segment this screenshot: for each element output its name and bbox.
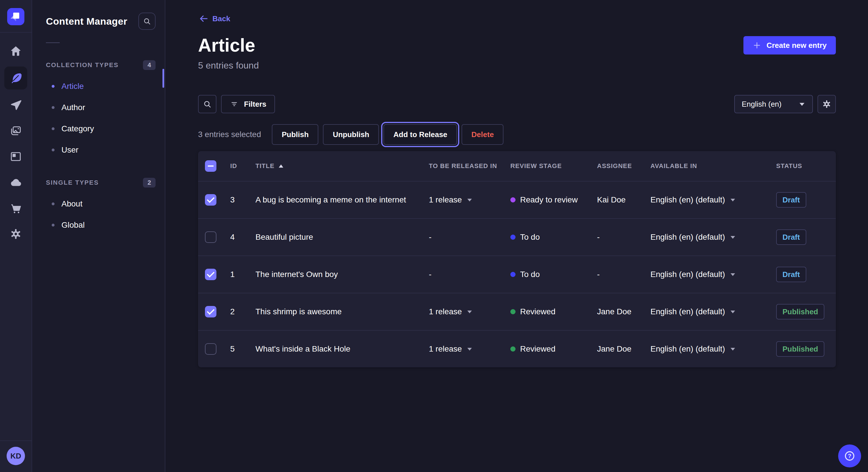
cell-id: 4 xyxy=(230,233,255,242)
select-all-checkbox[interactable] xyxy=(205,160,216,172)
bullet-icon xyxy=(52,202,55,205)
rail-divider xyxy=(0,440,32,441)
main-content: Back Article Create new entry 5 entries … xyxy=(165,0,868,472)
strapi-logo-glyph xyxy=(7,8,24,25)
bullet-icon xyxy=(52,85,55,88)
cell-to-be-released-in[interactable]: 1 release xyxy=(429,344,510,353)
chevron-down-icon xyxy=(466,346,473,351)
cell-id: 5 xyxy=(230,344,255,353)
bullet-icon xyxy=(52,106,55,109)
table-row[interactable]: 5 What's inside a Black Hole 1 release R… xyxy=(198,330,836,367)
column-header-released-in: TO BE RELEASED IN xyxy=(429,162,510,170)
cell-review-stage: To do xyxy=(510,270,597,279)
table-row[interactable]: 1 The internet's Own boy - To do - Engli… xyxy=(198,256,836,293)
chevron-down-icon xyxy=(799,101,805,107)
content-type-builder-icon[interactable] xyxy=(5,146,26,167)
status-badge: Published xyxy=(776,304,825,319)
cell-available-in[interactable]: English (en) (default) xyxy=(650,233,776,242)
section-label: SINGLE TYPES xyxy=(46,179,99,187)
cell-available-in[interactable]: English (en) (default) xyxy=(650,344,776,353)
subnav-title: Content Manager xyxy=(46,16,127,27)
cell-id: 2 xyxy=(230,307,255,316)
settings-gear-icon[interactable] xyxy=(5,224,26,244)
unpublish-button[interactable]: Unpublish xyxy=(323,124,379,145)
cell-id: 3 xyxy=(230,195,255,204)
strapi-logo[interactable] xyxy=(7,8,24,25)
cell-assignee: - xyxy=(597,233,650,242)
subnav-item[interactable]: Article xyxy=(46,76,156,97)
bullet-icon xyxy=(52,127,55,130)
back-link[interactable]: Back xyxy=(198,14,230,24)
column-header-id[interactable]: ID xyxy=(230,162,255,170)
row-checkbox[interactable] xyxy=(205,343,216,355)
filter-icon xyxy=(229,100,239,109)
cell-to-be-released-in[interactable]: 1 release xyxy=(429,195,510,204)
subnav-divider xyxy=(46,42,60,43)
subnav-item[interactable]: Global xyxy=(46,214,156,236)
publish-button[interactable]: Publish xyxy=(272,124,318,145)
bulk-actions-bar: 3 entries selected Publish Unpublish Add… xyxy=(198,124,836,145)
filters-button[interactable]: Filters xyxy=(221,95,275,113)
cell-review-stage: Ready to review xyxy=(510,195,597,204)
page-title: Article xyxy=(198,35,255,56)
table-row[interactable]: 3 A bug is becoming a meme on the intern… xyxy=(198,181,836,218)
chevron-down-icon xyxy=(730,346,736,351)
column-header-review-stage: REVIEW STAGE xyxy=(510,162,597,170)
question-mark-icon: ? xyxy=(843,450,856,462)
content-manager-feather-icon[interactable] xyxy=(4,67,27,90)
chevron-down-icon xyxy=(730,309,736,314)
subnav-section: COLLECTION TYPES 4 Article Author Catego… xyxy=(46,60,156,161)
cell-to-be-released-in[interactable]: 1 release xyxy=(429,307,510,316)
column-header-title[interactable]: TITLE xyxy=(255,162,429,170)
cell-to-be-released-in[interactable]: - xyxy=(429,270,510,279)
chevron-down-icon xyxy=(730,197,736,202)
svg-text:?: ? xyxy=(848,453,851,459)
cell-title: The internet's Own boy xyxy=(255,270,429,279)
cell-available-in[interactable]: English (en) (default) xyxy=(650,195,776,204)
cell-id: 1 xyxy=(230,270,255,279)
help-button[interactable]: ? xyxy=(838,444,861,467)
column-header-status: STATUS xyxy=(776,162,827,170)
search-icon[interactable] xyxy=(138,12,156,30)
subnav-scrollbar-thumb[interactable] xyxy=(162,69,164,88)
table-row[interactable]: 4 Beautiful picture - To do - English (e… xyxy=(198,218,836,256)
table-row[interactable]: 2 This shrimp is awesome 1 release Revie… xyxy=(198,293,836,330)
releases-paper-plane-icon[interactable] xyxy=(5,95,26,115)
subnav-sections: COLLECTION TYPES 4 Article Author Catego… xyxy=(46,60,156,236)
table-header-row: ID TITLE TO BE RELEASED IN REVIEW STAGE … xyxy=(198,151,836,181)
locale-select[interactable]: English (en) xyxy=(734,95,813,113)
add-to-release-button[interactable]: Add to Release xyxy=(383,124,457,145)
subnav-item[interactable]: About xyxy=(46,193,156,214)
cell-title: A bug is becoming a meme on the internet xyxy=(255,195,429,204)
cloud-icon[interactable] xyxy=(5,172,26,193)
cell-available-in[interactable]: English (en) (default) xyxy=(650,307,776,316)
status-badge: Draft xyxy=(776,267,806,282)
search-icon[interactable] xyxy=(198,95,216,113)
plus-icon xyxy=(753,41,761,49)
cell-assignee: - xyxy=(597,270,650,279)
row-checkbox[interactable] xyxy=(205,231,216,243)
media-library-icon[interactable] xyxy=(5,121,26,141)
chevron-down-icon xyxy=(730,235,736,240)
user-avatar[interactable]: KD xyxy=(7,447,25,465)
view-settings-gear-icon[interactable] xyxy=(817,95,836,113)
subnav-item[interactable]: User xyxy=(46,139,156,161)
selection-count: 3 entries selected xyxy=(198,130,261,139)
bullet-icon xyxy=(52,224,55,227)
row-checkbox[interactable] xyxy=(205,269,216,280)
cell-assignee: Kai Doe xyxy=(597,195,650,204)
row-checkbox[interactable] xyxy=(205,306,216,317)
bullet-icon xyxy=(52,148,55,151)
cell-to-be-released-in[interactable]: - xyxy=(429,233,510,242)
row-checkbox[interactable] xyxy=(205,194,216,206)
cell-assignee: Jane Doe xyxy=(597,344,650,353)
status-badge: Published xyxy=(776,341,825,357)
subnav-item[interactable]: Category xyxy=(46,118,156,139)
delete-button[interactable]: Delete xyxy=(462,124,503,145)
home-icon[interactable] xyxy=(5,41,26,61)
marketplace-cart-icon[interactable] xyxy=(5,198,26,218)
status-badge: Draft xyxy=(776,229,806,245)
cell-available-in[interactable]: English (en) (default) xyxy=(650,270,776,279)
subnav-item[interactable]: Author xyxy=(46,97,156,118)
create-new-entry-button[interactable]: Create new entry xyxy=(743,36,836,55)
